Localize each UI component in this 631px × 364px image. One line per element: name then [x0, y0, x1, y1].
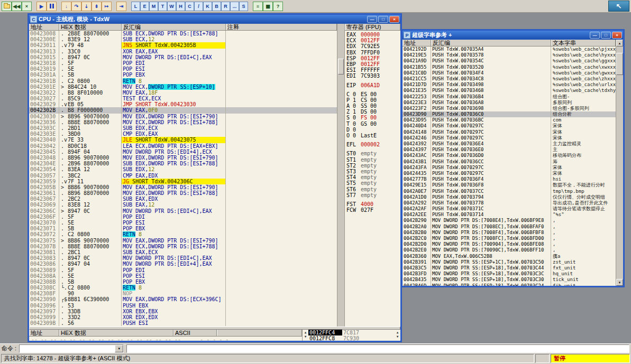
string-row[interactable]: 00421CC5PUSH TdxW.007034C8%swebs\web_cac… — [403, 76, 616, 82]
disasm-row[interactable]: 00423081.2BC1SUB EAX,ECX — [29, 249, 337, 255]
minimize-button[interactable]: — — [367, 16, 377, 23]
register-line[interactable]: ST4empty — [346, 174, 400, 180]
disasm-row[interactable]: 00423015.8947 0CMOV DWORD PTR DS:[EDI+C]… — [29, 54, 337, 60]
disasm-row[interactable]: 00423019.5EPOP ESI — [29, 66, 337, 72]
string-row[interactable]: 00422253PUSH TdxW.007036B4组合图- — [403, 94, 616, 100]
disasm-row[interactable]: 00423083.8947 0CMOV DWORD PTR DS:[EDI+C]… — [29, 255, 337, 261]
disasm-row[interactable]: 0042306C>8947 0CMOV DWORD PTR DS:[EDI+C]… — [29, 208, 337, 214]
disasm-row[interactable]: 00423075>8B86 90070000MOV EAX,DWORD PTR … — [29, 238, 337, 244]
disasm-row[interactable]: 00423070.5EPOP ESI — [29, 220, 337, 226]
string-row[interactable]: 00421D7DPUSH TdxW.00703498%swebs\web_cac… — [403, 82, 616, 88]
string-row[interactable]: 0042B2B0MOV DWORD PTR DS:[7008F4],TdxW.0… — [403, 230, 616, 236]
pointer-tool-button[interactable]: ↖ — [608, 1, 629, 12]
disasm-row[interactable]: 00423072.C2 0800RETN 8 — [29, 231, 337, 237]
disasm-row[interactable]: 0042305B>8B86 90070000MOV EAX,DWORD PTR … — [29, 184, 337, 190]
string-row[interactable]: 0042A292PUSH TdxW.00703778导出成功,是否打开此文件 — [403, 200, 616, 206]
disasm-row[interactable]: 0042301A.5BPOP EBX — [29, 72, 337, 78]
execute-till-return-button[interactable]: ↦ — [102, 2, 112, 11]
animate-over-button[interactable]: ⇟ — [92, 2, 102, 11]
scroll-up-icon[interactable]: ▲ — [616, 40, 623, 46]
disasm-row[interactable]: 0042308C└.C2 0800RETN 8 — [29, 285, 337, 291]
dump-column-hexdata[interactable]: HEX 数据 — [59, 330, 173, 336]
string-row[interactable]: 00421C0DPUSH TdxW.007034F4%swebs\web_cac… — [403, 70, 616, 76]
disasm-row[interactable]: 00423048.8B96 90070000MOV EDX,DWORD PTR … — [29, 155, 337, 161]
string-row[interactable]: 0042B360MOV EAX,TdxW.006C52B8痍a — [403, 254, 616, 259]
register-line[interactable]: S 0FS 00 — [346, 115, 400, 120]
disasm-row[interactable]: 00423011.v79 48JNS SHORT TdxW.0042305B — [29, 42, 337, 48]
string-row[interactable]: 0042777BPUSH TdxW.007036F4hsi — [403, 176, 616, 182]
view-handles-button[interactable]: H — [176, 2, 185, 11]
disasm-row[interactable]: 00423045.894F 04MOV DWORD PTR DS:[EDI+4]… — [29, 149, 337, 155]
disasm-row[interactable]: 0042303E.3BD0CMP EDX,EAX — [29, 131, 337, 137]
restart-button[interactable]: ◀◀ — [12, 2, 22, 11]
register-line[interactable]: ST0empty — [346, 151, 400, 156]
register-line[interactable]: ESIFFFFFF — [346, 67, 400, 73]
stack-value[interactable]: 7C817 — [342, 330, 395, 335]
register-line[interactable]: EAX000000 — [346, 32, 400, 38]
string-row[interactable]: 0042B2C0MOV DWORD PTR DS:[7008FC],TdxW.0… — [403, 236, 616, 241]
register-line[interactable]: P 1CS 00 — [346, 97, 400, 103]
string-row[interactable]: 0042B3C5MOV DWORD PTR SS:[ESP+18],TdxW.0… — [403, 265, 616, 271]
register-line[interactable]: ST7empty — [346, 192, 400, 198]
string-row[interactable]: 0042B435MOV DWORD PTR SS:[ESP+18],TdxW.0… — [403, 277, 616, 283]
string-row[interactable]: 00429E15PUSH TdxW.007036F8数据不全，不能进行分时 — [403, 182, 616, 188]
disasm-row[interactable]: 00423099.33D2XOR EDX,EDX — [29, 314, 337, 320]
string-row[interactable]: 0042B2E0MOV DWORD PTR DS:[70090C],TdxW.0… — [403, 247, 616, 253]
pause-button[interactable] — [47, 2, 57, 11]
register-line[interactable]: ST6empty — [346, 186, 400, 192]
string-row[interactable]: 0042192DPUSH TdxW.007035A4%swebs\web_cac… — [403, 46, 616, 52]
string-row[interactable]: 00421B55PUSH TdxW.00703520%swebs\web_cac… — [403, 64, 616, 70]
strings-column-disassembly[interactable]: 反汇编 — [431, 40, 551, 46]
disasm-row[interactable]: 0042303C.2BD1SUB EDX,ECX — [29, 125, 337, 131]
disasm-row[interactable]: 00423054.83EA 12SUB EDX,12 — [29, 166, 337, 172]
scroll-down-icon[interactable]: ▼ — [616, 279, 623, 286]
string-row[interactable]: 00424392PUSH TdxW.007036E4主力监控精灵 — [403, 141, 616, 147]
register-line[interactable]: EDX7C92E5 — [346, 43, 400, 49]
view-log-button[interactable]: L — [131, 2, 140, 11]
disasm-row[interactable]: 0042300E.83E9 12SUB ECX,12 — [29, 36, 337, 42]
string-row[interactable]: 0042B290MOV DWORD PTR DS:[7008E4],TdxW.0… — [403, 218, 616, 223]
restore-button[interactable]: □ — [601, 32, 611, 39]
register-line[interactable]: EBP0012FF — [346, 61, 400, 67]
register-line[interactable]: EBX7FFDF0 — [346, 50, 400, 55]
string-row[interactable]: 00423D90PUSH TdxW.007036C0组合分析 — [403, 111, 616, 117]
animate-into-button[interactable]: ⇣ — [81, 2, 92, 11]
string-row[interactable]: 0042A2EEPUSH TdxW.00703714"%s" — [403, 212, 616, 218]
disasm-row[interactable]: 00423067.2BC2SUB EAX,EDX — [29, 196, 337, 202]
close-icon[interactable]: × — [612, 32, 622, 39]
string-row[interactable]: 0042B46DMOV DWORD PTR SS:[ESP+18],TdxW.0… — [403, 283, 616, 286]
open-file-button[interactable] — [2, 2, 12, 11]
string-row[interactable]: 0042B391MOV DWORD PTR SS:[ESP+1C],TdxW.0… — [403, 259, 616, 265]
disasm-row[interactable]: 00423022.B8 8F010000MOV EAX,18F — [29, 90, 337, 96]
command-input[interactable] — [20, 345, 115, 352]
scroll-down-icon[interactable]: ▼ — [305, 334, 307, 339]
disasm-row[interactable]: 00423027.85C9TEST ECX,ECX — [29, 96, 337, 101]
register-line[interactable]: EIP006A1D — [346, 82, 400, 88]
string-row[interactable]: 0042A0E7PUSH TdxW.007037CCtmp\tmp.bmp — [403, 189, 616, 194]
string-row[interactable]: 00421A9DPUSH TdxW.0070354C%swebs\web_cac… — [403, 58, 616, 64]
disasm-row[interactable]: 0042306F.5FPOP EDI — [29, 214, 337, 220]
column-address[interactable]: 地址 — [29, 24, 59, 30]
string-row[interactable]: 0042B2A0MOV DWORD PTR DS:[7008EC],TdxW.0… — [403, 224, 616, 230]
string-row[interactable]: 004243FAPUSH TdxW.0070297C宋体 — [403, 165, 616, 171]
scroll-up-icon[interactable]: ▲ — [397, 330, 399, 334]
register-line[interactable]: ST3empty — [346, 169, 400, 174]
stack-scrollbar-right[interactable]: ▲ ▼ — [395, 330, 400, 341]
disasm-row[interactable]: 0042308B.5BPOP EBX — [29, 279, 337, 285]
scroll-up-icon[interactable]: ▲ — [305, 330, 307, 334]
register-line[interactable]: EFL000002 — [346, 142, 400, 147]
register-line[interactable]: ESP0012FF — [346, 55, 400, 61]
register-line[interactable]: A 0SS 00 — [346, 103, 400, 109]
disasm-row[interactable]: 00423057.3BC2CMP EAX,EDX — [29, 173, 337, 179]
string-row[interactable]: 00424246PUSH TdxW.0070297C宋体 — [403, 135, 616, 141]
stack-value[interactable]: 7C930 — [342, 335, 395, 341]
view-memory-button[interactable]: M — [149, 2, 158, 11]
step-into-button[interactable]: ↓ — [61, 2, 71, 11]
run-button[interactable]: ▶ — [36, 2, 47, 11]
dump-partial-row[interactable]: -- -- -- -- -- -- -- -- -- -- -- -- -- -… — [29, 337, 302, 341]
help-button[interactable]: ? — [273, 2, 283, 11]
restore-button[interactable]: □ — [378, 16, 388, 23]
disasm-row[interactable]: 00423018.5FPOP EDI — [29, 60, 337, 66]
close-program-button[interactable]: × — [22, 2, 32, 11]
register-line[interactable]: FST4000 — [346, 201, 400, 207]
